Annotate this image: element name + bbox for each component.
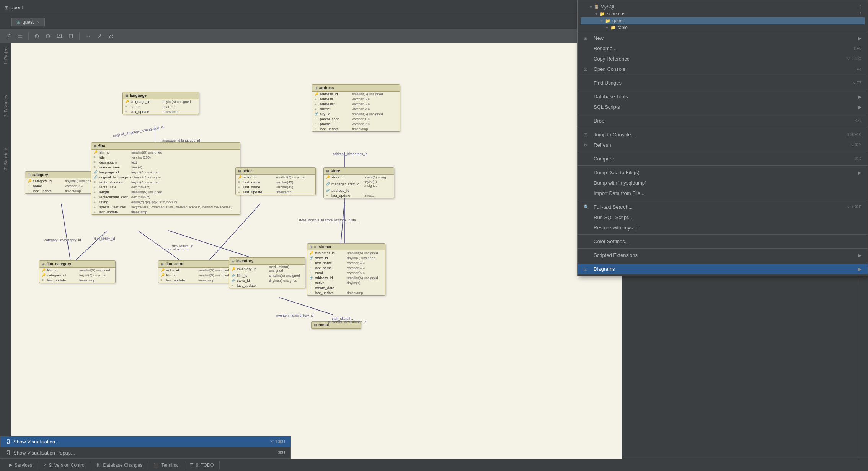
field-name: replacement_cost: [99, 195, 130, 199]
field-name: last_update: [320, 127, 351, 131]
ctx-jump-console[interactable]: ⊡ Jump to Console... ⇧⌘F10: [578, 129, 868, 140]
actual-size-btn[interactable]: 1:1: [55, 33, 64, 39]
table-row: ≡ active tinyint(1): [307, 280, 385, 285]
version-control-tab[interactable]: ↗ 9: Version Control: [38, 461, 91, 469]
ctx-scripted[interactable]: Scripted Extensions ▶: [578, 250, 868, 260]
ctx-refresh-shortcut: ⌥⌘Y: [850, 142, 861, 147]
services-tab[interactable]: ▶ Services: [4, 461, 38, 469]
show-visualisation-popup-btn[interactable]: 🗄 Show Visualisation Popup... ⌘U: [0, 447, 290, 458]
fk-icon: 🔗: [326, 182, 330, 186]
terminal-tab[interactable]: ⬛ Terminal: [148, 461, 184, 469]
field-icon: ≡: [315, 122, 318, 126]
table-view-btn[interactable]: ☰: [16, 31, 24, 41]
guest-tab[interactable]: ⊞ guest ✕: [11, 18, 45, 26]
ctx-copy-ref[interactable]: Copy Reference ⌥⇧⌘C: [578, 54, 868, 64]
field-name: last_update: [47, 278, 78, 282]
field-name: last_update: [33, 189, 64, 193]
film-actor-table[interactable]: ⊞ film_actor 🔑 actor_id smallint(5) unsi…: [158, 260, 233, 283]
field-type: varchar(255): [131, 155, 151, 159]
show-visualisation-btn[interactable]: 🗄 Show Visualisation... ⌥⇧⌘U: [0, 436, 290, 447]
ctx-sep-4: [578, 128, 868, 128]
todo-tab[interactable]: ☰ 6: TODO: [184, 461, 220, 469]
inventory-table[interactable]: ⊞ inventory 🔑 inventory_id mediumint(8) …: [229, 257, 305, 288]
field-type: smallint(5) unsigned: [352, 112, 383, 116]
ctx-rename[interactable]: Rename... ⇧F6: [578, 43, 868, 54]
ctx-dump-file[interactable]: Dump Data to File(s) ▶: [578, 167, 868, 178]
ctx-run-sql[interactable]: Run SQL Script...: [578, 212, 868, 222]
pk-icon: 🔑: [161, 273, 165, 277]
store-table[interactable]: ⊞ store 🔑 store_id tinyint(3) unsig... 🔗…: [323, 167, 394, 198]
favorites-side-tab[interactable]: 2: Favorites: [3, 91, 8, 121]
zoom-in-btn[interactable]: ⊕: [33, 31, 41, 41]
main-layout: 1: Project 2: Favorites Z: Structure: [0, 43, 868, 459]
address-table[interactable]: ⊞ address 🔑 address_id smallint(5) unsig…: [312, 84, 400, 132]
fk-label: inventory_id:inventory_id: [276, 314, 314, 317]
zoom-out-btn[interactable]: ⊖: [44, 31, 52, 41]
svg-line-6: [341, 202, 344, 246]
export-btn[interactable]: ↗: [95, 31, 104, 41]
tree-guest[interactable]: ▼ 📁 guest: [581, 17, 865, 24]
ctx-open-console[interactable]: ⊡ Open Console F4: [578, 64, 868, 74]
ctx-mysqldump[interactable]: Dump with 'mysqldump': [578, 178, 868, 188]
ctx-sql-scripts[interactable]: SQL Scripts ▶: [578, 102, 868, 112]
pk-icon: 🔑: [310, 251, 313, 255]
table-row: ≡ replacement_cost decimal(5,2): [91, 195, 240, 200]
actor-table[interactable]: ⊞ actor 🔑 actor_id smallint(5) unsigned …: [235, 167, 316, 195]
field-name: address: [320, 97, 351, 101]
folder-icon: 📁: [610, 25, 616, 30]
ctx-restore[interactable]: Restore with 'mysql': [578, 222, 868, 233]
tree-mysql[interactable]: ▼ 🗄 MySQL 2: [581, 3, 865, 10]
field-type: char(20): [163, 105, 176, 109]
window-title: guest: [11, 5, 23, 10]
db-changes-tab[interactable]: 🗄 Database Changes: [91, 461, 148, 469]
ctx-db-tools[interactable]: Database Tools ▶: [578, 92, 868, 102]
project-side-tab[interactable]: 1: Project: [3, 43, 8, 68]
show-vis-shortcut: ⌥⇧⌘U: [269, 439, 285, 444]
ctx-color[interactable]: Color Settings...: [578, 236, 868, 247]
structure-side-tab[interactable]: Z: Structure: [3, 144, 8, 173]
ctx-diagrams[interactable]: ⊡ Diagrams ▶: [578, 264, 868, 274]
layout-btn[interactable]: ↔: [83, 31, 93, 40]
language-table[interactable]: ⊞ language 🔑 language_id tinyint(3) unsi…: [122, 92, 199, 114]
tree-item-label: schemas: [607, 11, 858, 16]
ctx-drop[interactable]: Drop ⌫: [578, 116, 868, 126]
table-header-icon: ⊞: [314, 323, 317, 327]
tree-schemas[interactable]: ▼ 📁 schemas 2: [581, 10, 865, 17]
fit-btn[interactable]: ⊡: [67, 31, 75, 41]
ctx-find-label: Find Usages: [594, 80, 622, 86]
field-icon: ≡: [315, 127, 318, 131]
table-name: customer: [314, 245, 331, 249]
tree-item-label: table: [618, 25, 861, 30]
field-icon: ≡: [94, 195, 98, 199]
ctx-import[interactable]: Import Data from File...: [578, 188, 868, 198]
field-type: smallint(5) unsigned: [276, 175, 307, 179]
category-table[interactable]: ⊞ category 🔑 category_id tinyint(3) unsi…: [25, 171, 100, 194]
ctx-scripted-arrow: ▶: [858, 253, 861, 258]
field-type: tinyint(3) unsigned: [269, 279, 297, 283]
table-row: ≡ name char(20): [123, 104, 199, 109]
tab-close-icon[interactable]: ✕: [37, 20, 40, 25]
film-category-table[interactable]: ⊞ film_category 🔑 film_id smallint(5) un…: [39, 260, 116, 283]
field-icon: ≡: [238, 185, 242, 189]
table-name: actor: [243, 169, 252, 173]
ctx-refresh[interactable]: ↻ Refresh ⌥⌘Y: [578, 140, 868, 150]
fk-icon: 🔗: [232, 279, 235, 282]
tree-tables[interactable]: ▼ 📁 table: [581, 24, 865, 31]
field-type: varchar(20): [352, 122, 370, 126]
diagram-canvas[interactable]: ⊞ language 🔑 language_id tinyint(3) unsi…: [11, 43, 622, 459]
print-btn[interactable]: 🖨: [106, 31, 116, 40]
ctx-compare[interactable]: Compare ⌘D: [578, 154, 868, 164]
customer-table[interactable]: ⊞ customer 🔑 customer_id smallint(5) uns…: [307, 243, 385, 296]
film-table[interactable]: ⊞ film 🔑 film_id smallint(5) unsigned ≡ …: [91, 142, 240, 215]
ctx-fulltext[interactable]: 🔍 Full-text Search... ⌥⇧⌘F: [578, 202, 868, 212]
expand-icon: ▼: [600, 19, 605, 23]
fk-icon: 🔗: [310, 276, 313, 280]
select-tool-btn[interactable]: 🖉: [4, 31, 13, 40]
field-type: decimal(4,2): [131, 185, 150, 189]
ctx-sep-3: [578, 114, 868, 114]
ctx-new[interactable]: ⊞ New ▶: [578, 33, 868, 43]
ctx-sep-8: [578, 234, 868, 235]
field-icon: ≡: [42, 278, 46, 282]
table-row: ≡ description text: [91, 160, 240, 165]
ctx-find-usages[interactable]: Find Usages ⌥F7: [578, 78, 868, 88]
